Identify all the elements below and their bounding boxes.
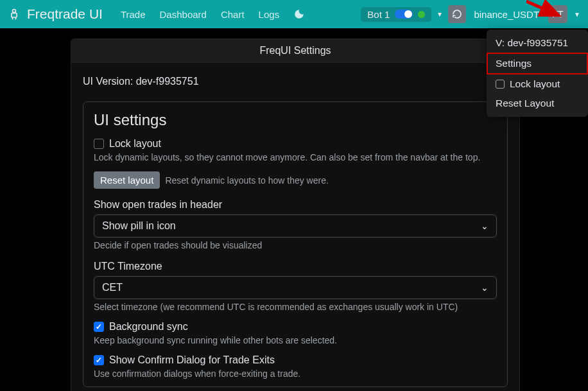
nav-link-dashboard[interactable]: Dashboard xyxy=(155,6,212,22)
bg-sync-label: Background sync xyxy=(109,321,188,333)
bg-sync-hint: Keep background sync running while other… xyxy=(94,335,497,345)
bot-toggle[interactable] xyxy=(395,10,413,19)
svg-point-0 xyxy=(13,10,16,13)
avatar[interactable]: FT xyxy=(548,5,567,23)
bot-status-icon xyxy=(418,11,425,18)
app-logo-icon xyxy=(8,5,21,23)
reset-layout-hint: Reset dynamic layouts to how they were. xyxy=(165,175,328,186)
chevron-down-icon: ⌄ xyxy=(481,221,489,231)
lock-layout-hint: Lock dynamic layouts, so they cannot mov… xyxy=(94,152,497,162)
dropdown-lock-layout[interactable]: Lock layout xyxy=(487,74,588,94)
open-trades-select[interactable]: Show pill in icon ⌄ xyxy=(94,214,497,238)
exchange-link[interactable]: binance_USDT xyxy=(474,9,539,20)
bg-sync-checkbox[interactable] xyxy=(94,322,104,332)
svg-rect-1 xyxy=(12,13,17,17)
reset-layout-button[interactable]: Reset layout xyxy=(94,171,160,189)
dropdown-settings-label: Settings xyxy=(496,58,532,69)
dropdown-settings[interactable]: Settings xyxy=(487,53,588,74)
ui-settings-panel: UI settings Lock layout Lock dynamic lay… xyxy=(83,101,508,387)
timezone-hint: Select timezone (we recommend UTC is rec… xyxy=(94,302,497,312)
timezone-select[interactable]: CET ⌄ xyxy=(94,276,497,299)
dropdown-lock-checkbox[interactable] xyxy=(496,80,505,89)
user-dropdown: V: dev-f9935751 Settings Lock layout Res… xyxy=(487,30,588,117)
avatar-chevron-icon[interactable]: ▼ xyxy=(574,11,580,18)
ui-settings-heading: UI settings xyxy=(94,111,497,129)
confirm-exit-checkbox[interactable] xyxy=(94,355,104,365)
lock-layout-checkbox[interactable] xyxy=(94,139,104,149)
lock-layout-label: Lock layout xyxy=(109,138,161,150)
open-trades-hint: Decide if open trades should be visualiz… xyxy=(94,240,497,250)
timezone-value: CET xyxy=(102,282,123,293)
timezone-label: UTC Timezone xyxy=(94,261,497,272)
dropdown-lock-label: Lock layout xyxy=(510,78,560,90)
nav-link-logs[interactable]: Logs xyxy=(254,6,285,22)
dropdown-version-text: V: dev-f9935751 xyxy=(496,37,568,49)
brand-title: Freqtrade UI xyxy=(27,6,103,22)
ui-version-text: UI Version: dev-f9935751 xyxy=(83,76,508,87)
dropdown-reset-layout[interactable]: Reset Layout xyxy=(487,94,588,113)
page-title: FreqUI Settings xyxy=(71,39,519,63)
bot-chevron-icon[interactable]: ▾ xyxy=(435,10,444,19)
nav-link-chart[interactable]: Chart xyxy=(216,6,250,22)
bot-name: Bot 1 xyxy=(367,9,390,20)
theme-toggle[interactable] xyxy=(288,4,310,24)
dropdown-reset-label: Reset Layout xyxy=(496,98,554,109)
navbar: Freqtrade UI Trade Dashboard Chart Logs … xyxy=(0,0,588,28)
confirm-exit-label: Show Confirm Dialog for Trade Exits xyxy=(109,354,275,366)
open-trades-label: Show open trades in header xyxy=(94,199,497,211)
dropdown-version: V: dev-f9935751 xyxy=(487,33,588,53)
confirm-exit-hint: Use confirmation dialogs when force-exit… xyxy=(94,369,497,379)
bot-selector[interactable]: Bot 1 xyxy=(361,7,431,22)
settings-card: FreqUI Settings UI Version: dev-f9935751… xyxy=(71,39,520,391)
nav-link-trade[interactable]: Trade xyxy=(116,6,151,22)
chevron-down-icon: ⌄ xyxy=(481,282,489,293)
open-trades-value: Show pill in icon xyxy=(102,220,176,232)
reload-button[interactable] xyxy=(448,5,466,23)
